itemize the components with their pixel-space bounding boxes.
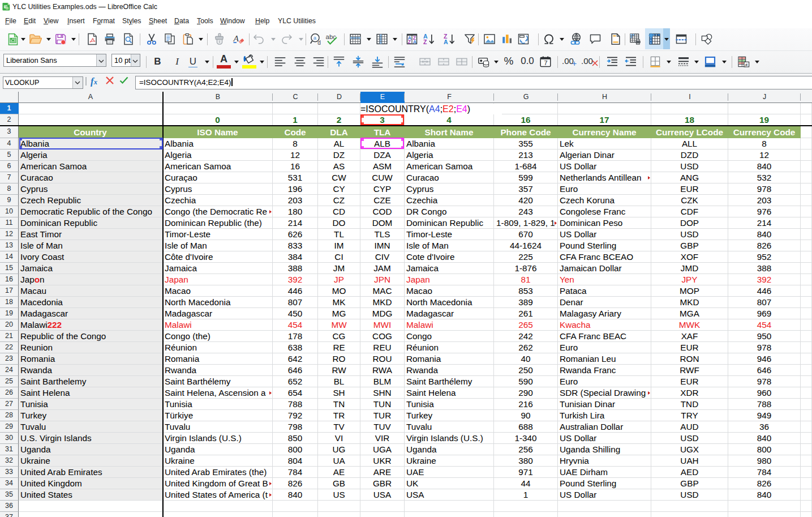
svg-text:A: A [233, 33, 239, 43]
svg-text:A: A [444, 39, 448, 45]
svg-text:Z: Z [408, 39, 411, 45]
svg-text:Z: Z [423, 39, 427, 45]
svg-text:≠: ≠ [745, 62, 748, 67]
svg-text:a: a [313, 35, 317, 41]
svg-text:A: A [413, 39, 416, 45]
svg-text:d: d [317, 40, 321, 46]
svg-text:7: 7 [544, 59, 547, 66]
